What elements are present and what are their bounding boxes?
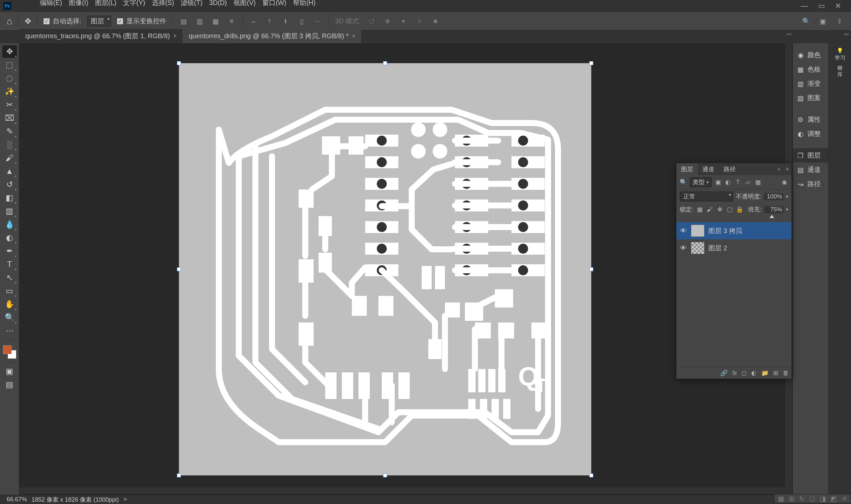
screen-mode-toggle[interactable]: ▤ xyxy=(2,378,17,391)
healing-tool[interactable]: ░ xyxy=(2,138,17,151)
horizontal-scrollbar[interactable] xyxy=(19,487,785,494)
layer-row[interactable]: 👁 图层 3 拷贝 xyxy=(676,222,792,239)
path-select-tool[interactable]: ↖ xyxy=(2,271,17,284)
eraser-tool[interactable]: ◧ xyxy=(2,192,17,204)
new-layer-icon[interactable]: ⊞ xyxy=(773,370,778,377)
align-center-h-icon[interactable]: ▥ xyxy=(195,16,205,26)
menu-filter[interactable]: 滤镜(T) xyxy=(177,0,206,8)
auto-select-target-dropdown[interactable]: 图层 xyxy=(87,16,111,26)
link-layers-icon[interactable]: 🔗 xyxy=(720,370,728,377)
lock-all-icon[interactable]: 🔒 xyxy=(736,206,743,213)
align-more-icon[interactable]: ▯ xyxy=(297,16,307,26)
fill-field[interactable]: 75% xyxy=(764,206,783,213)
edit-toolbar[interactable]: ⋯ xyxy=(2,324,17,337)
menu-select[interactable]: 选择(S) xyxy=(149,0,178,8)
filter-kind-dropdown[interactable]: 类型 xyxy=(690,177,712,187)
status-zoom[interactable]: 66.67% xyxy=(7,496,27,503)
crop-tool[interactable]: ✂ xyxy=(2,98,17,111)
menu-layer[interactable]: 图层(L) xyxy=(92,0,120,8)
frame-tool[interactable]: ⌧ xyxy=(2,112,17,124)
strip-icon[interactable]: ⊞ xyxy=(789,495,795,503)
auto-select-checkbox[interactable]: ✓ xyxy=(43,18,50,24)
close-tab-icon[interactable]: × xyxy=(352,33,355,39)
dock-layers[interactable]: ❐图层 xyxy=(793,148,828,163)
strip-icon[interactable]: ◨ xyxy=(820,495,826,503)
align-top-icon[interactable]: ⫠ xyxy=(249,16,259,26)
panel-menu-icon[interactable]: ≡ xyxy=(783,165,792,174)
type-tool[interactable]: T xyxy=(2,258,17,271)
close-tab-icon[interactable]: × xyxy=(173,33,177,39)
close-button[interactable]: ✕ xyxy=(835,2,841,10)
fx-icon[interactable]: fx xyxy=(732,370,737,377)
dock-pattern[interactable]: ▨图案 xyxy=(793,91,828,105)
status-dimensions[interactable]: 1852 像素 x 1826 像素 (1000ppi) xyxy=(32,496,119,504)
filter-smart-icon[interactable]: ▦ xyxy=(754,179,762,186)
opacity-chevron-icon[interactable]: ▾ xyxy=(786,194,788,199)
layer-name[interactable]: 图层 3 拷贝 xyxy=(708,227,742,235)
dock-channels[interactable]: ▤通道 xyxy=(793,163,828,177)
home-icon[interactable]: ⌂ xyxy=(7,16,12,26)
gradient-tool[interactable]: ▥ xyxy=(2,205,17,217)
move-tool[interactable]: ✥ xyxy=(2,45,17,58)
layer-row[interactable]: 👁 图层 2 xyxy=(676,239,792,257)
panel-tab-channels[interactable]: 通道 xyxy=(698,163,719,175)
search-icon[interactable]: 🔍 xyxy=(801,16,811,26)
visibility-eye-icon[interactable]: 👁 xyxy=(680,244,687,252)
filter-toggle-icon[interactable]: ◉ xyxy=(781,179,788,186)
layer-thumbnail[interactable] xyxy=(691,225,704,237)
strip-icon[interactable]: ↻ xyxy=(799,495,805,503)
layer-name[interactable]: 图层 2 xyxy=(708,244,727,253)
tab-drills[interactable]: quentorres_drills.png @ 66.7% (图层 3 拷贝, … xyxy=(182,29,361,43)
more-icon[interactable]: ⋯ xyxy=(313,16,323,26)
mask-icon[interactable]: ◻ xyxy=(742,370,747,377)
dock-adjust[interactable]: ◐调整 xyxy=(793,127,828,141)
maximize-button[interactable]: ▭ xyxy=(818,2,825,10)
menu-edit[interactable]: 编辑(E) xyxy=(37,0,66,8)
lock-artboard-icon[interactable]: ▢ xyxy=(726,206,733,213)
menu-type[interactable]: 文字(Y) xyxy=(120,0,149,8)
dock-color[interactable]: ◉颜色 xyxy=(793,48,828,62)
blur-tool[interactable]: 💧 xyxy=(2,218,17,231)
dock-library[interactable]: ▤库 xyxy=(831,63,849,79)
align-bottom-icon[interactable]: ⫮ xyxy=(281,16,291,26)
status-arrow[interactable]: > xyxy=(123,496,127,503)
panel-collapse-icon[interactable]: » xyxy=(775,165,783,174)
filter-adjust-icon[interactable]: ◐ xyxy=(724,179,732,186)
brush-tool[interactable]: 🖌 xyxy=(2,151,17,164)
strip-icon[interactable]: ⬡ xyxy=(810,495,815,503)
share-icon[interactable]: ⇪ xyxy=(834,16,844,26)
fill-slider[interactable] xyxy=(680,215,787,221)
stamp-tool[interactable]: ▲ xyxy=(2,165,17,178)
minimize-button[interactable]: — xyxy=(801,2,808,10)
align-center-v-icon[interactable]: ⫯ xyxy=(265,16,275,26)
align-left-icon[interactable]: ▤ xyxy=(179,16,189,26)
eyedropper-tool[interactable]: ✎ xyxy=(2,125,17,138)
menu-help[interactable]: 帮助(H) xyxy=(290,0,319,8)
menu-image[interactable]: 图像(I) xyxy=(66,0,92,8)
fill-chevron-icon[interactable]: ▾ xyxy=(786,207,788,212)
dock-gradient[interactable]: ▥渐变 xyxy=(793,76,828,91)
document-canvas[interactable]: Q T xyxy=(179,63,591,475)
history-brush-tool[interactable]: ↺ xyxy=(2,178,17,191)
panel-tab-layers[interactable]: 图层 xyxy=(676,163,698,175)
panel-tab-paths[interactable]: 路径 xyxy=(719,163,740,175)
dock-paths[interactable]: ↝路径 xyxy=(793,177,828,191)
color-swatches[interactable] xyxy=(2,345,17,359)
adjustment-layer-icon[interactable]: ◐ xyxy=(751,370,757,377)
lock-image-icon[interactable]: 🖌 xyxy=(706,206,713,213)
dock-learn[interactable]: 💡学习 xyxy=(831,47,849,62)
blend-mode-dropdown[interactable]: 正常 xyxy=(680,192,733,201)
strip-icon[interactable]: ✕ xyxy=(842,495,847,503)
magic-wand-tool[interactable]: ✨ xyxy=(2,85,17,98)
hand-tool[interactable]: ✋ xyxy=(2,298,17,310)
dock-swatches[interactable]: ▦色板 xyxy=(793,62,828,76)
align-right-icon[interactable]: ▦ xyxy=(211,16,220,26)
visibility-eye-icon[interactable]: 👁 xyxy=(680,227,687,235)
marquee-tool[interactable]: ⬚ xyxy=(2,58,17,71)
opacity-field[interactable]: 100% xyxy=(764,193,783,200)
show-transform-checkbox[interactable]: ✓ xyxy=(117,18,123,24)
delete-layer-icon[interactable]: 🗑 xyxy=(783,370,789,377)
filter-type-icon[interactable]: T xyxy=(734,179,742,186)
strip-icon[interactable]: ▦ xyxy=(778,495,784,503)
strip-icon[interactable]: ◩ xyxy=(831,495,837,503)
